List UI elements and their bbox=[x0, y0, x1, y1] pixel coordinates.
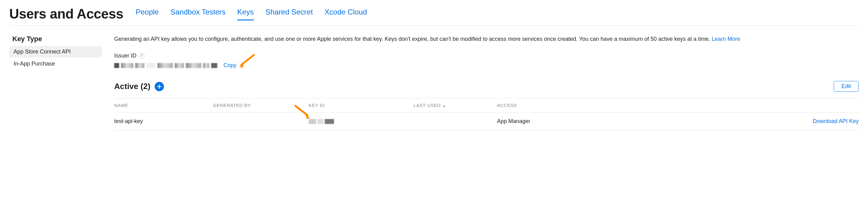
col-action bbox=[553, 103, 859, 108]
issuer-id-section: Issuer ID ? Copy bbox=[114, 53, 859, 68]
cell-key-id bbox=[309, 119, 414, 124]
description-text: Generating an API key allows you to conf… bbox=[114, 36, 712, 42]
cell-name: test-api-key bbox=[114, 118, 213, 125]
sidebar: Key Type App Store Connect API In-App Pu… bbox=[9, 35, 102, 131]
tab-shared-secret[interactable]: Shared Secret bbox=[266, 8, 313, 20]
sidebar-item-app-store-connect-api[interactable]: App Store Connect API bbox=[9, 46, 102, 57]
table-row[interactable]: test-api-key App Manager Download API Ke… bbox=[114, 112, 859, 131]
sidebar-title: Key Type bbox=[9, 35, 102, 43]
col-access[interactable]: ACCESS bbox=[497, 103, 553, 108]
main: Generating an API key allows you to conf… bbox=[114, 35, 859, 131]
cell-action: Download API Key bbox=[553, 118, 859, 125]
content: Key Type App Store Connect API In-App Pu… bbox=[9, 35, 859, 131]
page-title: Users and Access bbox=[9, 6, 123, 22]
tab-people[interactable]: People bbox=[135, 8, 159, 20]
header: Users and Access People Sandbox Testers … bbox=[9, 6, 859, 26]
col-last-used[interactable]: LAST USED ▴ bbox=[414, 103, 497, 108]
issuer-id-value bbox=[114, 63, 217, 68]
sidebar-item-in-app-purchase[interactable]: In-App Purchase bbox=[9, 58, 102, 70]
table-header: NAME GENERATED BY KEY ID LAST USED ▴ ACC… bbox=[114, 98, 859, 112]
sort-asc-icon: ▴ bbox=[443, 104, 445, 108]
issuer-id-label-row: Issuer ID ? bbox=[114, 53, 859, 59]
tab-keys[interactable]: Keys bbox=[237, 8, 254, 20]
col-generated-by[interactable]: GENERATED BY bbox=[213, 103, 309, 108]
description: Generating an API key allows you to conf… bbox=[114, 35, 859, 43]
issuer-id-label: Issuer ID bbox=[114, 53, 136, 59]
col-last-used-label: LAST USED bbox=[414, 103, 441, 108]
plus-icon bbox=[157, 84, 162, 89]
section-header: Active (2) Edit bbox=[114, 81, 859, 92]
tab-xcode-cloud[interactable]: Xcode Cloud bbox=[324, 8, 367, 20]
tab-sandbox-testers[interactable]: Sandbox Testers bbox=[170, 8, 225, 20]
help-icon[interactable]: ? bbox=[139, 53, 145, 59]
key-id-value bbox=[309, 119, 414, 124]
issuer-id-value-row: Copy bbox=[114, 62, 859, 68]
col-name[interactable]: NAME bbox=[114, 103, 213, 108]
col-key-id[interactable]: KEY ID bbox=[309, 103, 414, 108]
tabs: People Sandbox Testers Keys Shared Secre… bbox=[135, 8, 367, 20]
add-key-button[interactable] bbox=[155, 82, 164, 91]
copy-button[interactable]: Copy bbox=[223, 62, 237, 68]
section-title: Active (2) bbox=[114, 82, 150, 91]
learn-more-link[interactable]: Learn More bbox=[712, 36, 740, 42]
edit-button[interactable]: Edit bbox=[834, 81, 859, 92]
keys-table: NAME GENERATED BY KEY ID LAST USED ▴ ACC… bbox=[114, 98, 859, 131]
section-header-left: Active (2) bbox=[114, 82, 164, 91]
cell-access: App Manager bbox=[497, 118, 553, 125]
download-api-key-link[interactable]: Download API Key bbox=[813, 118, 859, 124]
